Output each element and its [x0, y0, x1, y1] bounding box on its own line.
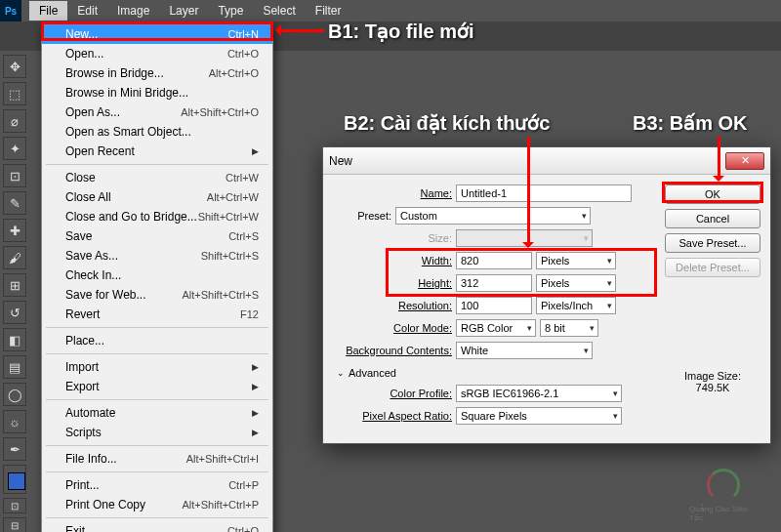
file-menu-item[interactable]: Automate — [42, 403, 272, 423]
profile-select[interactable]: sRGB IEC61966-2.1 — [456, 385, 622, 402]
file-menu-item[interactable]: Browse in Bridge...Alt+Ctrl+O — [42, 63, 272, 83]
image-size-info: Image Size: 749.5K — [665, 370, 760, 393]
lasso-tool[interactable]: ⌀ — [3, 109, 26, 133]
preset-label: Preset: — [333, 210, 391, 222]
new-document-dialog: New ✕ Name: Preset: Custom Size: Width: … — [322, 146, 771, 444]
preset-select[interactable]: Custom — [395, 207, 591, 225]
dodge-tool[interactable]: ☼ — [3, 410, 26, 433]
bg-label: Background Contents: — [333, 345, 452, 356]
pen-tool[interactable]: ✒ — [3, 437, 26, 461]
arrow-b3 — [718, 137, 720, 180]
menu-select[interactable]: Select — [253, 1, 305, 20]
menu-filter[interactable]: Filter — [306, 1, 351, 20]
file-menu-item[interactable]: New...Ctrl+N — [42, 24, 272, 44]
file-menu-item[interactable]: Open as Smart Object... — [42, 122, 272, 142]
brush-tool[interactable]: 🖌 — [3, 246, 26, 269]
chevron-down-icon: ⌄ — [337, 368, 345, 378]
file-menu-item[interactable]: Print...Ctrl+P — [42, 475, 272, 495]
colormode-label: Color Mode: — [333, 322, 452, 334]
menu-image[interactable]: Image — [107, 1, 159, 20]
file-menu-dropdown: New...Ctrl+NOpen...Ctrl+OBrowse in Bridg… — [41, 21, 273, 532]
file-menu-item[interactable]: Import — [42, 357, 272, 377]
depth-select[interactable]: 8 bit — [540, 319, 598, 337]
color-swatch[interactable] — [3, 465, 26, 494]
file-menu-item[interactable]: ExitCtrl+Q — [42, 521, 272, 532]
name-label: Name: — [333, 187, 452, 199]
annotation-b2: B2: Cài đặt kích thước — [344, 111, 550, 135]
gradient-tool[interactable]: ▤ — [3, 355, 26, 379]
file-menu-item[interactable]: SaveCtrl+S — [42, 226, 272, 246]
advanced-toggle[interactable]: ⌄ Advanced — [337, 367, 655, 379]
menu-type[interactable]: Type — [208, 1, 253, 20]
file-menu-item[interactable]: CloseCtrl+W — [42, 168, 272, 187]
crop-tool[interactable]: ⊡ — [3, 164, 26, 187]
file-menu-item[interactable]: File Info...Alt+Shift+Ctrl+I — [42, 449, 272, 469]
height-label: Height: — [333, 277, 452, 289]
mode-toggle[interactable]: ⊟ — [3, 517, 26, 532]
name-input[interactable] — [456, 184, 632, 202]
move-tool[interactable]: ✥ — [3, 55, 26, 78]
menu-edit[interactable]: Edit — [67, 1, 107, 20]
heal-tool[interactable]: ✚ — [3, 219, 26, 242]
size-label: Size: — [333, 232, 452, 244]
blur-tool[interactable]: ◯ — [3, 383, 26, 406]
file-menu-item[interactable]: Export — [42, 377, 272, 396]
file-menu-item[interactable]: Open As...Alt+Shift+Ctrl+O — [42, 102, 272, 122]
file-menu-item[interactable]: Close and Go to Bridge...Shift+Ctrl+W — [42, 207, 272, 226]
delete-preset-button: Delete Preset... — [665, 258, 760, 277]
menu-file[interactable]: File — [29, 1, 67, 20]
stamp-tool[interactable]: ⊞ — [3, 273, 26, 297]
file-menu-item[interactable]: Close AllAlt+Ctrl+W — [42, 187, 272, 207]
close-icon[interactable]: ✕ — [725, 152, 764, 170]
resolution-input[interactable] — [456, 297, 532, 314]
watermark: Quảng Cáo Siêu Tốc — [689, 466, 758, 524]
dialog-titlebar[interactable]: New ✕ — [323, 147, 770, 175]
bg-select[interactable]: White — [456, 342, 593, 359]
file-menu-item[interactable]: Open Recent — [42, 142, 272, 161]
profile-label: Color Profile: — [333, 388, 452, 399]
file-menu-item[interactable]: Save for Web...Alt+Shift+Ctrl+S — [42, 285, 272, 305]
file-menu-item[interactable]: Open...Ctrl+O — [42, 44, 272, 63]
file-menu-item[interactable]: Check In... — [42, 266, 272, 285]
wand-tool[interactable]: ✦ — [3, 137, 26, 160]
history-tool[interactable]: ↺ — [3, 301, 26, 324]
file-menu-item[interactable]: Place... — [42, 331, 272, 350]
file-menu-item[interactable]: Print One CopyAlt+Shift+Ctrl+P — [42, 495, 272, 514]
width-input[interactable] — [456, 252, 532, 269]
colormode-select[interactable]: RGB Color — [456, 319, 536, 337]
ok-button[interactable]: OK — [665, 184, 760, 204]
save-preset-button[interactable]: Save Preset... — [665, 233, 760, 253]
file-menu-item[interactable]: Scripts — [42, 423, 272, 442]
menubar: Ps FileEditImageLayerTypeSelectFilter — [0, 0, 781, 21]
arrow-b1 — [277, 29, 324, 32]
aspect-select[interactable]: Square Pixels — [456, 407, 622, 425]
menu-layer[interactable]: Layer — [159, 1, 208, 20]
width-unit-select[interactable]: Pixels — [536, 252, 616, 269]
mode-toggle[interactable]: ⊡ — [3, 498, 26, 513]
file-menu-item[interactable]: RevertF12 — [42, 305, 272, 324]
width-label: Width: — [333, 255, 452, 266]
arrow-b2 — [527, 137, 530, 246]
file-menu-item[interactable]: Save As...Shift+Ctrl+S — [42, 246, 272, 266]
marquee-tool[interactable]: ⬚ — [3, 82, 26, 105]
height-input[interactable] — [456, 274, 532, 292]
eraser-tool[interactable]: ◧ — [3, 328, 26, 351]
resolution-label: Resolution: — [333, 300, 452, 311]
cancel-button[interactable]: Cancel — [665, 209, 760, 228]
file-menu-item[interactable]: Browse in Mini Bridge... — [42, 83, 272, 102]
resolution-unit-select[interactable]: Pixels/Inch — [536, 297, 616, 314]
annotation-b3: B3: Bấm OK — [633, 111, 748, 135]
eyedrop-tool[interactable]: ✎ — [3, 191, 26, 215]
app-icon: Ps — [0, 0, 21, 21]
height-unit-select[interactable]: Pixels — [536, 274, 616, 292]
toolbar: ✥⬚⌀✦⊡✎✚🖌⊞↺◧▤◯☼✒⊡⊟ — [0, 51, 29, 532]
aspect-label: Pixel Aspect Ratio: — [333, 410, 452, 422]
